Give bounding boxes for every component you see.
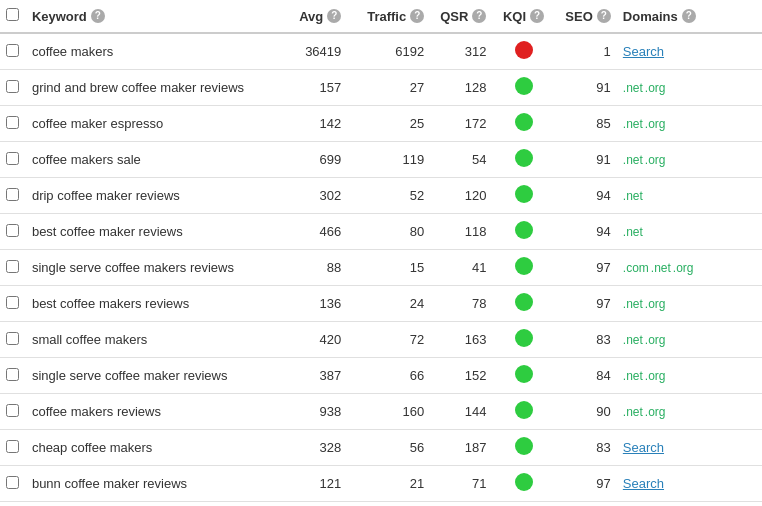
kqi-cell <box>492 142 554 178</box>
qsr-cell: 54 <box>430 142 492 178</box>
col-header-kqi: KQI ? <box>492 0 554 33</box>
kqi-indicator <box>515 329 533 347</box>
row-checkbox[interactable] <box>6 260 19 273</box>
domains-cell[interactable]: Search <box>617 466 762 502</box>
kqi-cell <box>492 466 554 502</box>
row-checkbox[interactable] <box>6 368 19 381</box>
row-checkbox-cell <box>0 322 26 358</box>
kqi-indicator <box>515 437 533 455</box>
table-row: coffee maker espresso1422517285.net.org <box>0 106 762 142</box>
domains-help-icon[interactable]: ? <box>682 9 696 23</box>
table-row: drip coffee maker reviews3025212094.net <box>0 178 762 214</box>
domains-col-label: Domains <box>623 9 678 24</box>
keyword-help-icon[interactable]: ? <box>91 9 105 23</box>
domains-cell: .net.org <box>617 394 762 430</box>
qsr-help-icon[interactable]: ? <box>472 9 486 23</box>
search-link[interactable]: Search <box>623 476 664 491</box>
avg-help-icon[interactable]: ? <box>327 9 341 23</box>
kqi-cell <box>492 322 554 358</box>
row-checkbox[interactable] <box>6 296 19 309</box>
domain-tag: .net <box>623 225 643 239</box>
domains-cell[interactable]: Search <box>617 502 762 507</box>
qsr-cell: 118 <box>430 214 492 250</box>
table-row: single serve coffee makers reviews881541… <box>0 250 762 286</box>
domain-tag: .net <box>623 189 643 203</box>
kqi-indicator <box>515 77 533 95</box>
traffic-cell: 21 <box>347 466 430 502</box>
domain-tag: .net <box>623 81 643 95</box>
traffic-cell: 15 <box>347 250 430 286</box>
table-row: cheap coffee makers3285618783Search <box>0 430 762 466</box>
row-checkbox-cell <box>0 106 26 142</box>
seo-cell: 85 <box>555 106 617 142</box>
avg-cell: 311 <box>264 502 347 507</box>
kqi-indicator <box>515 149 533 167</box>
table-row: best coffee maker reviews4668011894.net <box>0 214 762 250</box>
keyword-cell: best coffee makers reviews <box>26 286 264 322</box>
keyword-cell: drip coffee maker reviews <box>26 178 264 214</box>
row-checkbox[interactable] <box>6 332 19 345</box>
qsr-cell: 312 <box>430 33 492 70</box>
row-checkbox-cell <box>0 466 26 502</box>
qsr-cell: 144 <box>430 394 492 430</box>
qsr-cell: 217 <box>430 502 492 507</box>
keyword-cell: coffee maker espresso <box>26 106 264 142</box>
row-checkbox[interactable] <box>6 80 19 93</box>
seo-cell: 91 <box>555 142 617 178</box>
row-checkbox-cell <box>0 178 26 214</box>
kqi-cell <box>492 430 554 466</box>
table-row: coffee makers reviews93816014490.net.org <box>0 394 762 430</box>
domains-cell: .net <box>617 214 762 250</box>
search-link[interactable]: Search <box>623 44 664 59</box>
row-checkbox[interactable] <box>6 152 19 165</box>
seo-cell: 84 <box>555 358 617 394</box>
traffic-help-icon[interactable]: ? <box>410 9 424 23</box>
row-checkbox[interactable] <box>6 440 19 453</box>
domains-cell: .net.org <box>617 70 762 106</box>
keyword-cell: coffee makers sale <box>26 142 264 178</box>
row-checkbox[interactable] <box>6 44 19 57</box>
qsr-cell: 78 <box>430 286 492 322</box>
keyword-cell: bunn coffee maker reviews <box>26 466 264 502</box>
row-checkbox-cell <box>0 358 26 394</box>
seo-cell: 83 <box>555 322 617 358</box>
kqi-cell <box>492 502 554 507</box>
domain-tag: .org <box>645 81 666 95</box>
kqi-cell <box>492 214 554 250</box>
domains-cell: .com.net.org <box>617 250 762 286</box>
domains-cell[interactable]: Search <box>617 430 762 466</box>
domains-cell[interactable]: Search <box>617 33 762 70</box>
kqi-help-icon[interactable]: ? <box>530 9 544 23</box>
avg-cell: 142 <box>264 106 347 142</box>
kqi-indicator <box>515 257 533 275</box>
kqi-cell <box>492 70 554 106</box>
col-header-traffic: Traffic ? <box>347 0 430 33</box>
qsr-cell: 120 <box>430 178 492 214</box>
keyword-cell: electric coffee makers <box>26 502 264 507</box>
avg-cell: 328 <box>264 430 347 466</box>
seo-cell: 94 <box>555 214 617 250</box>
row-checkbox-cell <box>0 502 26 507</box>
kqi-cell <box>492 33 554 70</box>
seo-cell: 97 <box>555 250 617 286</box>
kqi-cell <box>492 178 554 214</box>
row-checkbox[interactable] <box>6 116 19 129</box>
domain-tag: .net <box>623 333 643 347</box>
table-row: bunn coffee maker reviews121217197Search <box>0 466 762 502</box>
row-checkbox[interactable] <box>6 188 19 201</box>
row-checkbox[interactable] <box>6 476 19 489</box>
avg-cell: 36419 <box>264 33 347 70</box>
traffic-cell: 27 <box>347 70 430 106</box>
row-checkbox-cell <box>0 70 26 106</box>
row-checkbox[interactable] <box>6 404 19 417</box>
seo-help-icon[interactable]: ? <box>597 9 611 23</box>
row-checkbox-cell <box>0 214 26 250</box>
domains-cell: .net.org <box>617 358 762 394</box>
domain-tag: .net <box>623 153 643 167</box>
search-link[interactable]: Search <box>623 440 664 455</box>
kqi-col-label: KQI <box>503 9 526 24</box>
col-header-qsr: QSR ? <box>430 0 492 33</box>
select-all-checkbox[interactable] <box>6 8 19 21</box>
seo-cell: 91 <box>555 70 617 106</box>
row-checkbox[interactable] <box>6 224 19 237</box>
